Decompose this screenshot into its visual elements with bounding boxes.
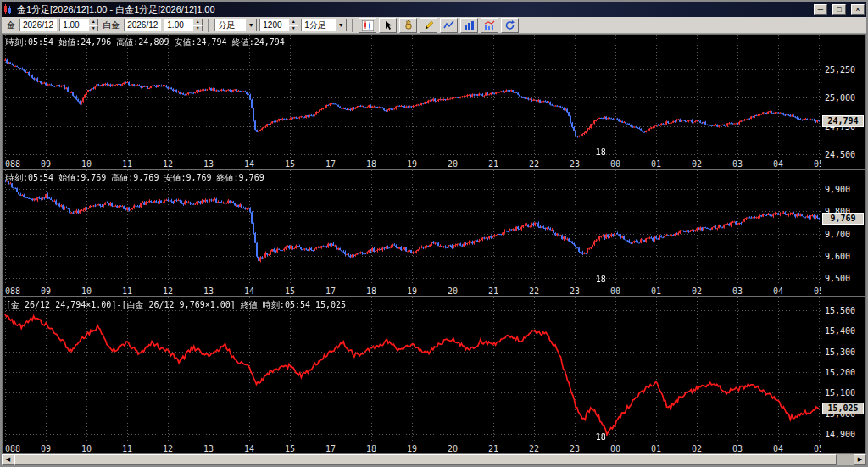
gold-price-axis: 24,794 25,25025,00024,75024,500 [821, 35, 865, 169]
toolbar-separator [208, 19, 209, 32]
scroll-left-icon[interactable]: ◀ [2, 454, 14, 465]
time-axis-label: 03 [732, 286, 743, 296]
time-axis-label: 04 [773, 159, 783, 169]
time-axis-label: 23 [570, 286, 580, 296]
time-axis-label: 09 [41, 159, 51, 169]
price-axis-label: 15,100 [825, 388, 855, 398]
time-axis-label: 01 [651, 286, 661, 296]
time-axis-label: 15 [285, 159, 295, 169]
pointer-icon [383, 20, 393, 31]
platinum-ratio-input[interactable]: 1.00 [164, 19, 192, 31]
time-axis-label: 20 [448, 286, 458, 296]
gold-ratio-up-icon[interactable]: ▲ [88, 19, 98, 25]
refresh-icon [504, 20, 515, 31]
time-axis-label: 19 [407, 159, 417, 169]
gold-chart-panel: 時刻:05:54 始値:24,796 高値:24,809 安値:24,794 終… [2, 34, 866, 170]
candlestick-chart-icon [362, 20, 374, 31]
spread-last-price-badge: 15,025 [822, 403, 864, 414]
gold-time-axis: 0880910111213141517181920212223000102030… [3, 158, 821, 169]
platinum-time-axis: 0880910111213141517181920212223000102030… [3, 285, 821, 296]
close-button[interactable]: × [851, 4, 865, 15]
platinum-chart-canvas[interactable] [3, 170, 821, 285]
platinum-ratio-down-icon[interactable]: ▼ [192, 25, 203, 32]
time-axis-label: 11 [122, 286, 132, 296]
maximize-button[interactable]: □ [832, 4, 846, 15]
scrollbar-track[interactable] [14, 454, 854, 465]
time-axis-label: 12 [163, 444, 173, 453]
platinum-contract-month[interactable]: 2026/12 [124, 19, 161, 31]
gold-chart-info: 時刻:05:54 始値:24,796 高値:24,809 安値:24,794 終… [6, 36, 285, 48]
time-axis-label: 19 [407, 286, 417, 296]
time-axis-label: 19 [407, 444, 417, 453]
time-axis-label: 04 [773, 286, 783, 296]
spread-price-axis: 15,025 15,50015,40015,30015,20015,10015,… [821, 297, 865, 453]
time-axis-label: 22 [529, 286, 539, 296]
price-axis-label: 24,500 [825, 150, 855, 159]
candlestick-chart-button[interactable] [359, 18, 376, 33]
time-axis-label: 21 [488, 286, 498, 296]
time-axis-label: 088 [5, 444, 20, 453]
time-axis-label: 11 [122, 159, 132, 169]
time-axis-label: 18 [366, 159, 376, 169]
time-axis-label: 04 [773, 444, 783, 453]
price-axis-label: 9,500 [825, 274, 850, 283]
time-axis-label: 02 [692, 286, 702, 296]
period-type-dropdown[interactable]: 分足 ▼ [214, 19, 257, 31]
platinum-chart-info: 時刻:05:54 始値:9,769 高値:9,769 安値:9,769 終値:9… [6, 172, 264, 184]
time-axis-label: 17 [326, 159, 336, 169]
time-axis-label: 03 [732, 444, 743, 453]
time-axis-label: 09 [41, 286, 51, 296]
time-axis-label: 11 [122, 444, 132, 453]
scroll-right-icon[interactable]: ▶ [854, 454, 866, 465]
time-axis-label: 21 [488, 444, 498, 453]
line-chart-button[interactable] [440, 18, 458, 33]
minimize-button[interactable]: ─ [814, 4, 827, 15]
gold-last-price-badge: 24,794 [822, 115, 864, 127]
price-axis-label: 15,400 [825, 326, 855, 336]
horizontal-scrollbar[interactable]: ◀ ▶ [2, 454, 866, 465]
app-icon [3, 4, 14, 14]
time-axis-label: 15 [285, 286, 295, 296]
spread-chart-info: [金 26/12 24,794×1.00]-[白金 26/12 9,769×1.… [6, 299, 346, 311]
platinum-ratio-up-icon[interactable]: ▲ [192, 19, 203, 25]
time-axis-label: 10 [81, 159, 92, 169]
hand-tool-button[interactable] [399, 18, 417, 33]
interval-dropdown[interactable]: 1分足 ▼ [301, 19, 347, 31]
spread-time-axis: 0880910111213141517181920212223000102030… [3, 442, 821, 453]
mixed-chart-button[interactable] [481, 18, 498, 33]
interval-value[interactable]: 1分足 [301, 19, 335, 31]
bar-count-down-icon[interactable]: ▼ [288, 25, 298, 32]
title-bar: 金1分足[2026/12]1.00 - 白金1分足[2026/12]1.00 ─… [2, 2, 866, 17]
pointer-tool-button[interactable] [379, 18, 397, 33]
gold-ratio-input[interactable]: 1.00 [59, 19, 88, 31]
spread-chart-panel: [金 26/12 24,794×1.00]-[白金 26/12 9,769×1.… [2, 297, 866, 454]
scrollbar-thumb[interactable] [14, 454, 837, 465]
bar-chart-button[interactable] [460, 18, 478, 33]
window-title: 金1分足[2026/12]1.00 - 白金1分足[2026/12]1.00 [17, 3, 809, 16]
time-axis-label: 17 [326, 444, 336, 453]
platinum-label: 白金 [101, 19, 121, 31]
time-axis-label: 22 [529, 159, 539, 169]
time-axis-label: 09 [41, 444, 51, 453]
hand-icon [403, 20, 414, 31]
time-axis-label: 01 [651, 444, 661, 453]
bar-chart-icon [464, 20, 475, 31]
price-axis-label: 15,300 [825, 347, 855, 357]
gold-chart-canvas[interactable] [3, 35, 821, 158]
time-axis-label: 14 [244, 444, 254, 453]
spread-chart-canvas[interactable] [3, 297, 821, 442]
gold-contract-month[interactable]: 2026/12 [19, 19, 57, 31]
gold-ratio-down-icon[interactable]: ▼ [88, 25, 98, 32]
time-axis-label: 02 [692, 159, 702, 169]
bar-count-up-icon[interactable]: ▲ [288, 19, 298, 25]
toolbar: 金 2026/12 1.00 ▲ ▼ 白金 2026/12 1.00 ▲ ▼ 分… [2, 17, 866, 34]
time-axis-label: 12 [163, 159, 173, 169]
refresh-button[interactable] [501, 18, 519, 33]
pencil-tool-button[interactable] [420, 18, 437, 33]
time-axis-label: 10 [81, 444, 92, 453]
interval-arrow-icon[interactable]: ▼ [335, 19, 347, 31]
bar-count-input[interactable]: 1200 [259, 19, 288, 31]
time-axis-label: 10 [81, 286, 92, 296]
period-type-value[interactable]: 分足 [214, 19, 245, 31]
period-type-arrow-icon[interactable]: ▼ [245, 19, 257, 31]
